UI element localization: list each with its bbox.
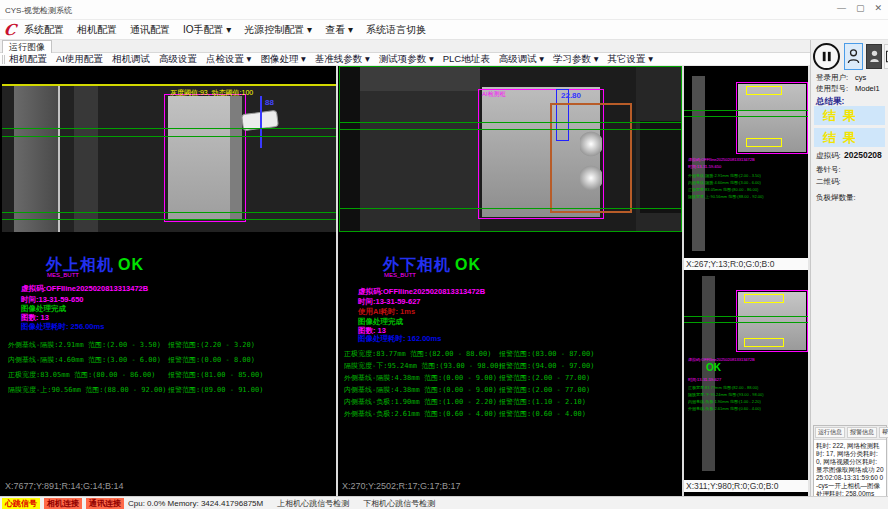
main-image-area: 88 灰度阈值:93, 动态阈值:100 外上相机OK MES_BUTT 虚拟码… xyxy=(0,66,810,496)
info-tab-run[interactable]: 运行信息 xyxy=(815,427,845,438)
bottom-strip xyxy=(0,509,888,522)
process-time-line: 图像处理耗时: 256.00ms xyxy=(21,322,104,332)
operator-login-button[interactable] xyxy=(844,43,863,70)
menu-item-light-control-config[interactable]: 光源控制配置 ▾ xyxy=(244,23,312,37)
thumb-log-line: 外侧基线-负极:2.61mm 范围:(0.60 - 4.00) xyxy=(688,405,761,412)
camera-name: 外下相机 xyxy=(383,256,451,273)
alarm-range-text: 报警范围:(1.10 - 2.10) xyxy=(499,397,586,407)
measurement-text: 内侧基线-隔膜:4.38mm 范围:(0.00 - 9.00) xyxy=(344,386,497,394)
measurement-row: 隔膜宽度-上:90.56mm 范围:(88.00 - 92.00)报警范围:(8… xyxy=(8,385,336,400)
measurement-row: 隔膜宽度-下:95.24mm 范围:(93.00 - 98.00)报警范围:(9… xyxy=(344,361,682,373)
brand-logo-icon: C xyxy=(3,21,17,39)
user-icon xyxy=(847,48,860,65)
info-tab-help[interactable]: 帮助信息 xyxy=(879,427,888,438)
threshold-overlay-text: 灰度阈值:93, 动态阈值:100 xyxy=(170,88,253,98)
measurement-row: 内侧基线-负极:1.90mm 范围:(1.00 - 2.20)报警范围:(1.1… xyxy=(344,397,682,409)
overlay-line-green xyxy=(339,122,682,123)
overlay-line-green xyxy=(2,212,336,213)
view-separator xyxy=(336,66,338,496)
tool-learning-params[interactable]: 学习参数 ▾ xyxy=(553,53,598,66)
info-tab-alarm[interactable]: 报警信息 xyxy=(847,427,877,438)
thumb-log-line: 隔膜宽度-下:95.24mm 范围:(93.00 - 98.00) xyxy=(688,391,764,398)
thumb-log-line: 隔膜宽度-上:90.56mm 范围:(88.00 - 92.00) xyxy=(688,193,764,200)
menu-bar: C 系统配置 相机配置 通讯配置 IO手配置 ▾ 光源控制配置 ▾ 查看 ▾ 系… xyxy=(0,20,888,40)
thumb-log-line: 内侧基线-负极:1.90mm 范围:(1.00 - 2.20) xyxy=(688,398,761,405)
measurement-text: 外侧基线-负极:2.61mm 范围:(0.60 - 4.00) xyxy=(344,410,497,418)
tool-image-processing[interactable]: 图像处理 ▾ xyxy=(260,53,305,66)
maximize-button[interactable]: ▢ xyxy=(856,3,865,13)
admin-user-button[interactable] xyxy=(866,44,882,69)
minimize-button[interactable]: — xyxy=(837,3,846,13)
close-button[interactable]: ✕ xyxy=(874,3,882,13)
virtual-code-value: 20250208 xyxy=(844,150,882,160)
toolbar-grip xyxy=(2,55,5,64)
tool-camera-config[interactable]: 相机配置 xyxy=(9,53,47,66)
alarm-range-text: 报警范围:(2.00 - 77.00) xyxy=(499,373,590,383)
window-title: CYS-视觉检测系统 xyxy=(5,5,72,16)
thumb-log-line: 虚拟码:OFFIline2025020813313472B xyxy=(688,156,755,163)
heartbeat-badge: 心跳信号 xyxy=(2,498,40,509)
measurement-text: 正极宽度:83.05mm 范围:(80.00 - 86.00) xyxy=(8,371,155,379)
menu-item-view[interactable]: 查看 ▾ xyxy=(325,23,353,37)
model-label: 使用型号: xyxy=(816,84,848,94)
virtual-code-label: 虚拟码: xyxy=(816,151,841,161)
thumbnail-view-1[interactable]: 虚拟码:OFFIline2025020813313472B 时间:13-31-5… xyxy=(684,66,808,258)
measurement-row: 外侧基线-隔膜:4.38mm 范围:(0.00 - 9.00)报警范围:(2.0… xyxy=(344,373,682,385)
menu-item-comm-config[interactable]: 通讯配置 xyxy=(130,23,170,37)
ai-box-label: AI检测框 xyxy=(482,90,506,99)
cursor-position-readout: X:267;Y:13;R:0;G:0;B:0 xyxy=(684,258,808,270)
result-block-lower: 结果 xyxy=(814,128,885,147)
barcode-line: 虚拟码:OFFIline2025020813313472B xyxy=(21,284,148,294)
glare-spot xyxy=(580,131,602,157)
tool-advanced-settings[interactable]: 高级设置 xyxy=(159,53,197,66)
tool-plc-address-table[interactable]: PLC地址表 xyxy=(443,53,490,66)
lower-camera-heartbeat-link[interactable]: 下相机心跳信号检测 xyxy=(363,498,435,509)
camera-view-upper[interactable]: 88 灰度阈值:93, 动态阈值:100 外上相机OK MES_BUTT 虚拟码… xyxy=(2,66,336,496)
menu-item-io-config[interactable]: IO手配置 ▾ xyxy=(183,23,231,37)
alarm-range-text: 报警范围:(81.00 - 85.00) xyxy=(168,370,263,380)
measurement-row: 正极宽度:83.77mm 范围:(82.00 - 88.00)报警范围:(83.… xyxy=(344,349,682,361)
overlay-line-green xyxy=(684,110,808,111)
tab-run-image[interactable]: 运行图像 xyxy=(2,40,52,53)
measurement-text: 隔膜宽度-上:90.56mm 范围:(88.00 - 92.00) xyxy=(8,386,167,394)
tool-spot-check-settings[interactable]: 点检设置 ▾ xyxy=(206,53,251,66)
tool-baseline-params[interactable]: 基准线参数 ▾ xyxy=(315,53,370,66)
measurement-text: 内侧基线-负极:1.90mm 范围:(1.00 - 2.20) xyxy=(344,398,497,406)
tool-test-item-params[interactable]: 测试项参数 ▾ xyxy=(379,53,434,66)
measurement-text: 内侧基线-隔膜:4.60mm 范围:(3.00 - 6.00) xyxy=(8,356,161,364)
pause-button[interactable] xyxy=(813,43,840,70)
thumb-log-line: 正极宽度:83.77mm 范围:(82.00 - 88.00) xyxy=(688,384,758,391)
thumb-log-line: 时间:13-31-59-650 xyxy=(688,163,721,170)
roi-box-yellow xyxy=(744,338,784,347)
measurement-list: 正极宽度:83.77mm 范围:(82.00 - 88.00)报警范围:(83.… xyxy=(344,349,682,421)
menu-item-language-switch[interactable]: 系统语言切换 xyxy=(366,23,426,37)
measurement-row: 内侧基线-隔膜:4.60mm 范围:(3.00 - 6.00)报警范围:(0.0… xyxy=(8,355,336,370)
cursor-position-readout: X:270;Y:2502;R:17;G:17;B:17 xyxy=(342,481,461,491)
thumb-log-line: 正极宽度:83.05mm 范围:(80.00 - 86.00) xyxy=(688,186,758,193)
menu-item-system-config[interactable]: 系统配置 xyxy=(24,23,64,37)
blue-measure-label: 88 xyxy=(265,98,274,107)
camera-view-lower[interactable]: AI检测框 22.80 外下相机OK MES_BUTT 虚拟码:OFFIline… xyxy=(339,66,682,496)
window-controls: — ▢ ✕ xyxy=(837,3,882,13)
menu-item-camera-config[interactable]: 相机配置 xyxy=(77,23,117,37)
tool-advanced-debug[interactable]: 高级调试 ▾ xyxy=(499,53,544,66)
tool-camera-debug[interactable]: 相机调试 xyxy=(112,53,150,66)
measurement-text: 隔膜宽度-下:95.24mm 范围:(93.00 - 98.00) xyxy=(344,362,503,370)
measurement-row: 外侧基线-负极:2.61mm 范围:(0.60 - 4.00)报警范围:(0.6… xyxy=(344,409,682,421)
alarm-range-text: 报警范围:(2.00 - 77.00) xyxy=(499,385,590,395)
tool-other-settings[interactable]: 其它设置 ▾ xyxy=(608,53,653,66)
measure-line-blue xyxy=(260,96,262,148)
tool-ai-usage-config[interactable]: AI使用配置 xyxy=(56,53,103,66)
needle-number-label: 卷针号: xyxy=(816,165,841,175)
measurement-row: 正极宽度:83.05mm 范围:(80.00 - 86.00)报警范围:(81.… xyxy=(8,370,336,385)
process-time-line: 图像处理耗时: 162.00ms xyxy=(358,334,441,344)
thumbnail-view-2[interactable]: 虚拟码:OFFIline2025020813313472B OK 时间:13-3… xyxy=(684,270,808,480)
upper-camera-heartbeat-link[interactable]: 上相机心跳信号检测 xyxy=(277,498,349,509)
machine-beam xyxy=(360,67,480,91)
logout-button[interactable] xyxy=(884,44,888,69)
thumb-result-ok: OK xyxy=(706,362,721,373)
title-bar: CYS-视觉检测系统 — ▢ ✕ xyxy=(0,0,888,20)
result-ok: OK xyxy=(455,256,481,273)
machine-rail xyxy=(74,86,98,232)
alarm-range-text: 报警范围:(83.00 - 87.00) xyxy=(499,349,594,359)
